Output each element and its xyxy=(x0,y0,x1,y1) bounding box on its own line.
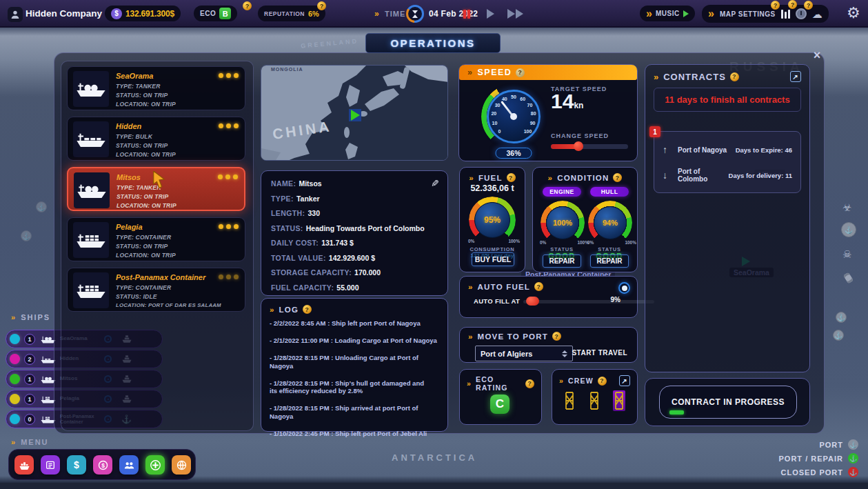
repair-hull-button[interactable]: REPAIR xyxy=(590,255,629,268)
help-coin-icon[interactable]: ? xyxy=(788,0,797,9)
crew-panel: » CREW ? ↗ xyxy=(552,369,638,425)
help-coin-icon[interactable]: ? xyxy=(771,1,780,10)
help-coin-icon[interactable]: ? xyxy=(534,282,543,291)
ship-count-badge: 1 xyxy=(24,334,35,345)
ship-options-dots[interactable] xyxy=(219,224,239,229)
settings-gear-icon[interactable]: ⚙ xyxy=(847,6,860,21)
ship-color-dot xyxy=(10,354,20,364)
repair-engine-button[interactable]: REPAIR xyxy=(543,255,581,268)
play-button[interactable] xyxy=(487,9,494,19)
fleet-card-post-panamax[interactable]: Post-Panamax Container TYPE: CONTAINER S… xyxy=(67,268,245,312)
crew-member-icon[interactable] xyxy=(563,390,576,411)
dollar-icon: $ xyxy=(74,459,79,470)
layers-bars-icon[interactable] xyxy=(781,10,790,19)
help-coin-icon[interactable]: ? xyxy=(730,72,739,81)
contract-in-progress-button[interactable]: CONTRACT IN PROGRESS xyxy=(659,386,797,419)
speed-tick: 90 xyxy=(530,120,536,125)
port-select[interactable]: Port of Algiers xyxy=(475,346,573,361)
eco-display[interactable]: ECO B xyxy=(194,6,237,21)
menu-item-hire[interactable] xyxy=(145,455,165,475)
clock-toggle-icon[interactable] xyxy=(796,8,807,19)
music-play-icon[interactable] xyxy=(683,10,689,17)
ship-thumbnail xyxy=(73,222,109,258)
change-speed-knob[interactable] xyxy=(574,141,583,151)
company-avatar[interactable] xyxy=(8,7,23,22)
open-crew-icon[interactable]: ↗ xyxy=(619,375,630,386)
help-coin-icon[interactable]: ? xyxy=(552,332,561,341)
game-screen: GREENLAND CANADA RUSSIA ANTARCTICA Mitso… xyxy=(0,0,868,489)
help-coin-icon[interactable]: ? xyxy=(516,68,525,77)
ship-minimap[interactable]: MONGOLIA CHINA xyxy=(261,65,448,161)
ship-name: Post-Panamax Container xyxy=(116,273,205,281)
menu-item-market[interactable]: $ xyxy=(93,455,112,475)
help-coin-icon[interactable]: ? xyxy=(243,1,252,10)
fast-forward-button[interactable] xyxy=(507,9,523,19)
pause-button[interactable] xyxy=(463,9,472,21)
ship-options-dots[interactable] xyxy=(219,73,239,78)
auto-fuel-toggle[interactable] xyxy=(618,282,630,294)
menu-item-world[interactable] xyxy=(172,455,191,475)
crew-members[interactable] xyxy=(563,390,625,411)
change-speed-slider[interactable] xyxy=(551,144,628,149)
chevron-icon: » xyxy=(559,377,564,385)
crew-member-icon[interactable] xyxy=(588,390,600,411)
selected-port: Port of Algiers xyxy=(481,350,532,358)
weather-cloud-icon[interactable]: ☁ xyxy=(812,9,822,19)
menu-item-finance[interactable]: $ xyxy=(67,455,86,475)
port-anchor-icon: ⚓ xyxy=(833,330,844,341)
music-control[interactable]: » MUSIC xyxy=(640,6,695,21)
help-coin-icon[interactable]: ? xyxy=(613,173,622,182)
anchor-icon: ⚓ xyxy=(848,467,858,477)
help-coin-icon[interactable]: ? xyxy=(525,379,534,388)
help-coin-icon[interactable]: ? xyxy=(303,305,312,314)
map-label-greenland: GREENLAND xyxy=(301,37,359,49)
eco-rating-title: ECO RATING xyxy=(476,375,521,392)
log-entries[interactable]: - 2/2/2022 8:45 AM : Ship left port Port… xyxy=(261,317,447,441)
buy-fuel-button[interactable]: BUY FUEL xyxy=(472,252,514,266)
ship-options-dots[interactable] xyxy=(218,174,238,179)
contract-item[interactable]: 1 ↑ Port of Nagoya Days to Expire: 46 ↓ … xyxy=(654,131,801,193)
menu-item-fleet[interactable] xyxy=(14,455,34,475)
start-travel-button[interactable]: START TRAVEL xyxy=(572,349,627,357)
minimap-label-mongolia: MONGOLIA xyxy=(271,67,303,72)
reputation-display[interactable]: REPUTATION 6% xyxy=(258,6,325,21)
fleet-card-pelagia[interactable]: Pelagia TYPE: CONTAINER STATUS: ON TRIP … xyxy=(67,217,245,261)
log-entry: - 2/1/2022 11:00 PM : Loading Cargo at P… xyxy=(270,337,439,345)
ship-options-dots[interactable] xyxy=(219,275,239,279)
crew-member-icon[interactable] xyxy=(613,390,625,411)
help-coin-icon[interactable]: ? xyxy=(317,1,326,10)
reputation-label: REPUTATION xyxy=(264,10,305,17)
fleet-card-hidden[interactable]: Hidden TYPE: BULK STATUS: ON TRIP LOCATI… xyxy=(67,117,245,161)
auto-fill-knob[interactable] xyxy=(526,297,539,306)
ship-location: LOCATION: ON TRIP xyxy=(116,101,176,108)
close-icon[interactable]: × xyxy=(809,48,825,63)
ship-count-badge: 0 xyxy=(24,414,35,425)
contract-pickup-row: ↑ Port of Nagoya Days to Expire: 46 xyxy=(663,144,792,155)
menu-item-news[interactable] xyxy=(41,455,60,475)
ship-location: LOCATION: ON TRIP xyxy=(116,151,176,158)
menu-item-crew[interactable] xyxy=(119,455,139,475)
help-coin-icon[interactable]: ? xyxy=(804,1,813,10)
money-display[interactable]: $ 132.691.300$ xyxy=(105,6,181,21)
edit-name-icon[interactable]: ✎ xyxy=(431,178,439,189)
condition-title: CONDITION xyxy=(557,174,609,182)
contracts-panel: » CONTRACTS ? ↗ 11 days to finish all co… xyxy=(645,64,810,372)
ship-options-dots[interactable] xyxy=(219,123,239,128)
ship-count-badge: 1 xyxy=(24,394,35,405)
help-coin-icon[interactable]: ? xyxy=(598,377,607,386)
auto-fuel-panel: » AUTO FUEL ? AUTO FILL AT 9% xyxy=(459,276,638,318)
plus-icon xyxy=(150,459,161,471)
auto-fill-slider[interactable] xyxy=(523,300,654,303)
fleet-card-seaorama[interactable]: SeaOrama TYPE: TANKER STATUS: ON TRIP LO… xyxy=(67,66,245,110)
menu-bar: $ $ xyxy=(8,449,196,480)
pirate-skull-icon: ☠ xyxy=(842,248,851,261)
speed-tick: 30 xyxy=(495,102,501,107)
speed-tick: 60 xyxy=(520,97,525,101)
ship-details-panel: ✎ NAME:Mitsos TYPE:Tanker LENGTH:330 STA… xyxy=(261,170,448,296)
chevron-icon: » xyxy=(11,313,17,321)
help-coin-icon[interactable]: ? xyxy=(507,173,516,182)
speed-title: SPEED xyxy=(477,68,512,77)
operations-tab[interactable]: OPERATIONS xyxy=(365,33,501,53)
open-contracts-icon[interactable]: ↗ xyxy=(790,71,801,82)
speed-panel: » SPEED ? 36% 0102030405060708090100 TAR… xyxy=(458,64,638,161)
